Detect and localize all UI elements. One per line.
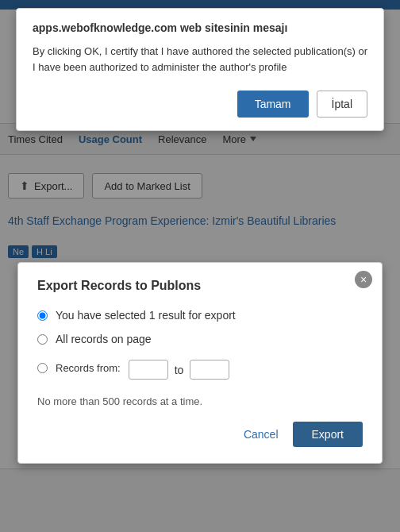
option-all-radio[interactable] [37,334,48,345]
range-from-input[interactable]: 1 [129,360,168,380]
option-all-label: All records on page [56,333,152,345]
web-message-title: apps.webofknowledge.com web sitesinin me… [33,21,367,34]
close-button[interactable]: × [355,271,372,288]
range-to-label: to [175,364,184,376]
export-submit-button[interactable]: Export [293,422,363,447]
option-range: Records from: 1 to 1 [37,357,363,380]
option-selected-radio[interactable] [37,310,48,321]
cancel-button[interactable]: Cancel [240,423,282,445]
tamam-button[interactable]: Tamam [237,91,309,118]
range-inputs: 1 to 1 [129,360,230,380]
export-modal: × Export Records to Publons You have sel… [17,262,383,464]
option-all-records[interactable]: All records on page [37,333,363,345]
option-selected-label: You have selected 1 result for export [56,309,236,322]
export-footer: Cancel Export [37,422,363,447]
option-selected-result[interactable]: You have selected 1 result for export [37,309,363,322]
option-range-radio[interactable] [37,363,48,373]
export-modal-title: Export Records to Publons [37,279,363,293]
note-text: No more than 500 records at a time. [37,395,363,407]
web-message-modal: apps.webofknowledge.com web sitesinin me… [16,8,384,131]
web-message-body: By clicking OK, I certify that I have au… [33,44,367,75]
range-to-input[interactable]: 1 [190,360,229,380]
web-message-footer: Tamam İptal [33,91,367,118]
iptal-button[interactable]: İptal [317,91,367,118]
export-options: You have selected 1 result for export Al… [37,309,363,380]
records-from-label: Records from: [56,362,121,374]
